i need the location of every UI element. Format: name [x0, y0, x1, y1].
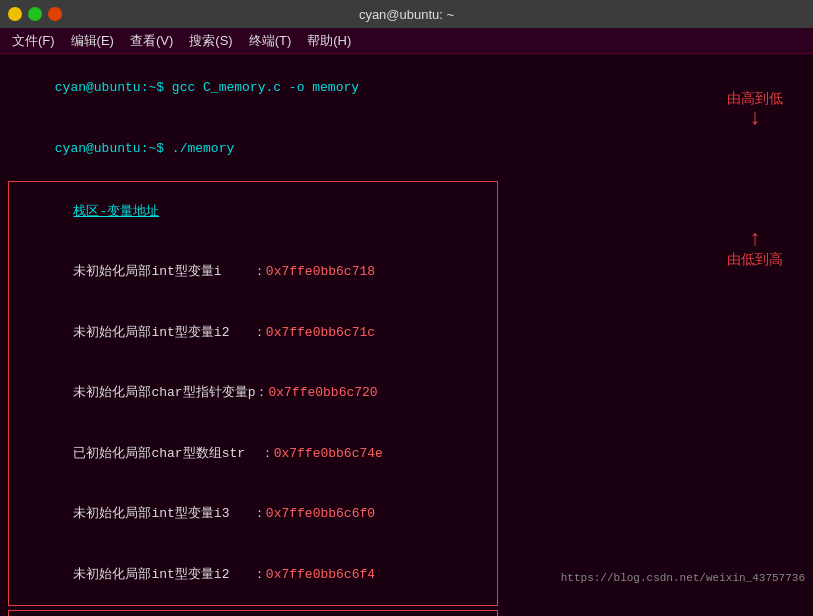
menu-terminal[interactable]: 终端(T): [241, 30, 300, 52]
annotation-low-to-high: ↑ 由低到高: [727, 229, 783, 269]
stack-header: 栈区-变量地址: [11, 182, 495, 242]
line-run: cyan@ubuntu:~$ ./memory: [8, 118, 805, 178]
stack-box: 栈区-变量地址 未初始化局部int型变量i ：0x7ffe0bb6c718 未初…: [8, 181, 498, 606]
menu-edit[interactable]: 编辑(E): [63, 30, 122, 52]
stack-var-i2b: 未初始化局部int型变量i2 ：0x7ffe0bb6c6f4: [11, 544, 495, 604]
stack-var-i3: 未初始化局部int型变量i3 ：0x7ffe0bb6c6f0: [11, 484, 495, 544]
menu-help[interactable]: 帮助(H): [299, 30, 359, 52]
menu-view[interactable]: 查看(V): [122, 30, 181, 52]
annotation-high-to-low: 由高到低 ↓: [727, 90, 783, 130]
arrow-up-icon: ↑: [748, 229, 761, 251]
stack-var-str: 已初始化局部char型数组str ：0x7ffe0bb6c74e: [11, 424, 495, 484]
titlebar: cyan@ubuntu: ~: [0, 0, 813, 28]
heap-box: 堆区-动态申请地址 已初始化局部int型指针变量p1 ：0x55e5320bc2…: [8, 610, 498, 616]
menu-search[interactable]: 搜索(S): [181, 30, 240, 52]
menubar: 文件(F) 编辑(E) 查看(V) 搜索(S) 终端(T) 帮助(H): [0, 28, 813, 54]
annotation-low-label: 由低到高: [727, 251, 783, 269]
maximize-button[interactable]: [28, 7, 42, 21]
stack-var-i2: 未初始化局部int型变量i2 ：0x7ffe0bb6c71c: [11, 303, 495, 363]
stack-var-i: 未初始化局部int型变量i ：0x7ffe0bb6c718: [11, 242, 495, 302]
arrow-down-icon: ↓: [748, 108, 761, 130]
terminal-content[interactable]: cyan@ubuntu:~$ gcc C_memory.c -o memory …: [0, 54, 813, 616]
close-button[interactable]: [48, 7, 62, 21]
terminal-window: cyan@ubuntu: ~ 文件(F) 编辑(E) 查看(V) 搜索(S) 终…: [0, 0, 813, 616]
window-title: cyan@ubuntu: ~: [68, 7, 745, 22]
minimize-button[interactable]: [8, 7, 22, 21]
menu-file[interactable]: 文件(F): [4, 30, 63, 52]
stack-var-p: 未初始化局部char型指针变量p：0x7ffe0bb6c720: [11, 363, 495, 423]
watermark: https://blog.csdn.net/weixin_43757736: [561, 572, 805, 584]
heap-header: 堆区-动态申请地址: [11, 611, 495, 616]
line-gcc: cyan@ubuntu:~$ gcc C_memory.c -o memory: [8, 58, 805, 118]
